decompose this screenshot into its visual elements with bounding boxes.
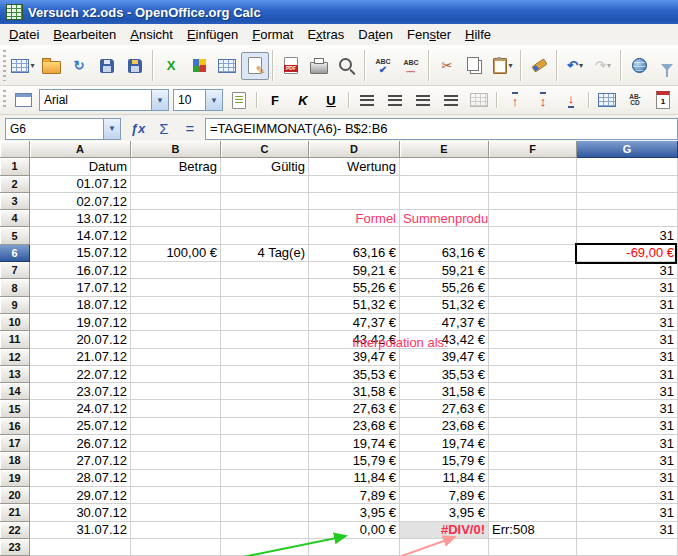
cell-d10[interactable]: 47,37 €: [309, 314, 400, 331]
cell-c23[interactable]: [221, 539, 309, 556]
underline-button[interactable]: U: [317, 88, 345, 112]
cell-g6[interactable]: -69,00 €: [577, 245, 678, 262]
menu-einfgen[interactable]: Einfügen: [180, 25, 245, 44]
cell-g10[interactable]: 31: [577, 314, 678, 331]
cell-b16[interactable]: [131, 418, 221, 435]
cell-c2[interactable]: [221, 176, 309, 193]
toolbar-grip[interactable]: [1, 90, 8, 110]
cell-d19[interactable]: 11,84 €: [309, 470, 400, 487]
chevron-down-icon[interactable]: ▾: [579, 61, 583, 70]
cell-g21[interactable]: 31: [577, 504, 678, 521]
undo-button[interactable]: ↶▾: [561, 52, 589, 80]
cell-c18[interactable]: [221, 452, 309, 469]
cell-c12[interactable]: [221, 349, 309, 366]
cell-f21[interactable]: [489, 504, 577, 521]
function-wizard-icon[interactable]: ƒx: [125, 118, 151, 140]
cell-d3[interactable]: [309, 193, 400, 210]
align-left-button[interactable]: [353, 88, 381, 112]
cell-f13[interactable]: [489, 366, 577, 383]
cell-g14[interactable]: 31: [577, 383, 678, 400]
cell-c15[interactable]: [221, 400, 309, 417]
edit-file-button[interactable]: [241, 52, 269, 80]
cell-d1[interactable]: Wertung: [309, 158, 400, 175]
cell-c21[interactable]: [221, 504, 309, 521]
chevron-down-icon[interactable]: ▾: [607, 61, 611, 70]
cell-c1[interactable]: Gültig: [221, 158, 309, 175]
cell-f11[interactable]: [489, 331, 577, 348]
cell-d23[interactable]: [309, 539, 400, 556]
autofilter-button[interactable]: [653, 52, 678, 80]
cell-e1[interactable]: [400, 158, 489, 175]
cell-d2[interactable]: [309, 176, 400, 193]
stylist-button[interactable]: [9, 88, 37, 112]
cell-f9[interactable]: [489, 297, 577, 314]
cell-b21[interactable]: [131, 504, 221, 521]
cell-f5[interactable]: [489, 227, 577, 244]
row-header-7[interactable]: 7: [0, 262, 30, 279]
colors-button[interactable]: [185, 52, 213, 80]
cell-a22[interactable]: 31.07.12: [30, 522, 131, 539]
cell-e7[interactable]: 59,21 €: [400, 262, 489, 279]
cell-e3[interactable]: [400, 193, 489, 210]
cell-c22[interactable]: [221, 522, 309, 539]
font-name-combo[interactable]: Arial ▼: [39, 89, 169, 111]
cell-f15[interactable]: [489, 400, 577, 417]
cell-e12[interactable]: 39,47 €: [400, 349, 489, 366]
cell-g15[interactable]: 31: [577, 400, 678, 417]
cell-b1[interactable]: Betrag: [131, 158, 221, 175]
row-header-21[interactable]: 21: [0, 504, 30, 521]
menu-extras[interactable]: Extras: [300, 25, 351, 44]
cell-d5[interactable]: [309, 227, 400, 244]
chevron-down-icon[interactable]: ▾: [30, 61, 34, 70]
bold-button[interactable]: F: [261, 88, 289, 112]
row-header-20[interactable]: 20: [0, 487, 30, 504]
save-as-button[interactable]: [121, 52, 149, 80]
cell-d7[interactable]: 59,21 €: [309, 262, 400, 279]
spellcheck-button[interactable]: ABC: [369, 52, 397, 80]
cell-e20[interactable]: 7,89 €: [400, 487, 489, 504]
cell-g5[interactable]: 31: [577, 227, 678, 244]
row-header-13[interactable]: 13: [0, 366, 30, 383]
align-justify-button[interactable]: [437, 88, 465, 112]
column-header-d[interactable]: D: [309, 141, 400, 158]
cell-c6[interactable]: 4 Tag(e): [221, 245, 309, 262]
cell-e4[interactable]: Summenprodukt: [400, 210, 489, 227]
menu-bearbeiten[interactable]: Bearbeiten: [46, 25, 123, 44]
cell-e14[interactable]: 31,58 €: [400, 383, 489, 400]
cell-g7[interactable]: 31: [577, 262, 678, 279]
toolbar-grip[interactable]: [1, 50, 8, 81]
row-header-17[interactable]: 17: [0, 435, 30, 452]
cell-a12[interactable]: 21.07.12: [30, 349, 131, 366]
cell-c20[interactable]: [221, 487, 309, 504]
cell-g9[interactable]: 31: [577, 297, 678, 314]
cell-f3[interactable]: [489, 193, 577, 210]
cell-f7[interactable]: [489, 262, 577, 279]
cell-d21[interactable]: 3,95 €: [309, 504, 400, 521]
cut-button[interactable]: ✂: [433, 52, 461, 80]
cell-g3[interactable]: [577, 193, 678, 210]
cell-c10[interactable]: [221, 314, 309, 331]
align-right-button[interactable]: [409, 88, 437, 112]
cell-g17[interactable]: 31: [577, 435, 678, 452]
cell-g8[interactable]: 31: [577, 279, 678, 296]
cell-d17[interactable]: 19,74 €: [309, 435, 400, 452]
cell-g22[interactable]: 31: [577, 522, 678, 539]
cell-b15[interactable]: [131, 400, 221, 417]
wrap-text-button[interactable]: AB-CD: [621, 88, 649, 112]
cell-g2[interactable]: [577, 176, 678, 193]
cell-f23[interactable]: [489, 539, 577, 556]
cell-a10[interactable]: 19.07.12: [30, 314, 131, 331]
cell-g16[interactable]: 31: [577, 418, 678, 435]
cell-b13[interactable]: [131, 366, 221, 383]
row-header-18[interactable]: 18: [0, 452, 30, 469]
menu-daten[interactable]: Daten: [351, 25, 400, 44]
cell-d13[interactable]: 35,53 €: [309, 366, 400, 383]
corner-select-all[interactable]: [0, 141, 30, 158]
cell-f20[interactable]: [489, 487, 577, 504]
cell-a6[interactable]: 15.07.12: [30, 245, 131, 262]
row-header-10[interactable]: 10: [0, 314, 30, 331]
cell-b20[interactable]: [131, 487, 221, 504]
cell-b12[interactable]: [131, 349, 221, 366]
font-size-combo[interactable]: 10 ▼: [173, 89, 223, 111]
cell-a19[interactable]: 28.07.12: [30, 470, 131, 487]
